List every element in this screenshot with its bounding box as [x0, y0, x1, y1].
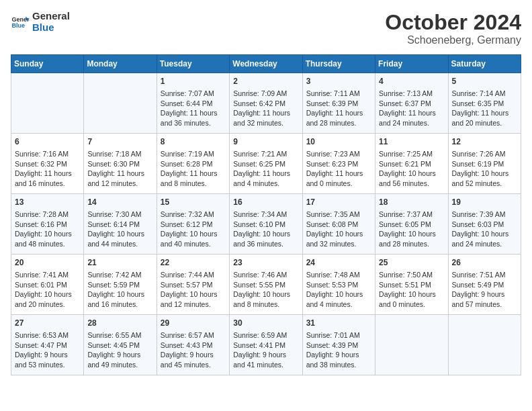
day-number: 10 — [306, 136, 371, 148]
day-info: Sunrise: 7:42 AMSunset: 5:59 PMDaylight:… — [87, 270, 152, 310]
calendar-cell: 25Sunrise: 7:50 AMSunset: 5:51 PMDayligh… — [375, 255, 448, 315]
day-number: 14 — [87, 197, 152, 208]
calendar-body: 1Sunrise: 7:07 AMSunset: 6:44 PMDaylight… — [11, 73, 521, 375]
calendar-cell: 14Sunrise: 7:30 AMSunset: 6:14 PMDayligh… — [84, 194, 157, 255]
calendar-cell: 30Sunrise: 6:59 AMSunset: 4:41 PMDayligh… — [230, 315, 302, 375]
calendar-cell: 28Sunrise: 6:55 AMSunset: 4:45 PMDayligh… — [84, 315, 157, 375]
day-info: Sunrise: 7:14 AMSunset: 6:35 PMDaylight:… — [452, 89, 517, 128]
day-number: 26 — [452, 257, 517, 269]
svg-text:Blue: Blue — [11, 22, 25, 29]
calendar-week-1: 1Sunrise: 7:07 AMSunset: 6:44 PMDaylight… — [11, 73, 521, 134]
page-header: General Blue General Blue October 2024 S… — [11, 11, 521, 46]
calendar-cell — [11, 73, 84, 134]
day-number: 25 — [379, 257, 444, 269]
calendar-week-3: 13Sunrise: 7:28 AMSunset: 6:16 PMDayligh… — [11, 194, 521, 255]
day-info: Sunrise: 7:32 AMSunset: 6:12 PMDaylight:… — [161, 210, 226, 249]
day-number: 5 — [452, 76, 517, 87]
day-number: 23 — [233, 257, 298, 269]
calendar-cell: 20Sunrise: 7:41 AMSunset: 6:01 PMDayligh… — [11, 255, 84, 315]
day-number: 3 — [306, 76, 371, 87]
day-number: 20 — [15, 257, 80, 269]
calendar-cell: 26Sunrise: 7:51 AMSunset: 5:49 PMDayligh… — [448, 255, 521, 315]
calendar-cell — [375, 315, 448, 375]
weekday-header-friday: Friday — [375, 55, 448, 73]
day-info: Sunrise: 7:18 AMSunset: 6:30 PMDaylight:… — [87, 149, 152, 189]
day-info: Sunrise: 7:30 AMSunset: 6:14 PMDaylight:… — [87, 210, 152, 249]
calendar-cell: 16Sunrise: 7:34 AMSunset: 6:10 PMDayligh… — [230, 194, 302, 255]
weekday-header-tuesday: Tuesday — [157, 55, 229, 73]
day-info: Sunrise: 7:46 AMSunset: 5:55 PMDaylight:… — [233, 270, 298, 310]
day-number: 8 — [161, 136, 226, 148]
calendar-cell: 8Sunrise: 7:19 AMSunset: 6:28 PMDaylight… — [157, 134, 229, 194]
weekday-header-sunday: Sunday — [11, 55, 84, 73]
calendar-cell: 22Sunrise: 7:44 AMSunset: 5:57 PMDayligh… — [157, 255, 229, 315]
weekday-header-thursday: Thursday — [302, 55, 375, 73]
day-number: 6 — [15, 136, 80, 148]
calendar-month-year: October 2024 — [385, 11, 521, 34]
day-info: Sunrise: 7:44 AMSunset: 5:57 PMDaylight:… — [161, 270, 226, 310]
day-number: 30 — [233, 318, 298, 329]
day-number: 28 — [87, 318, 152, 329]
calendar-cell: 31Sunrise: 7:01 AMSunset: 4:39 PMDayligh… — [302, 315, 375, 375]
weekday-header-saturday: Saturday — [448, 55, 521, 73]
day-info: Sunrise: 7:48 AMSunset: 5:53 PMDaylight:… — [306, 270, 371, 310]
calendar-cell: 21Sunrise: 7:42 AMSunset: 5:59 PMDayligh… — [84, 255, 157, 315]
weekday-header-wednesday: Wednesday — [230, 55, 302, 73]
calendar-cell: 29Sunrise: 6:57 AMSunset: 4:43 PMDayligh… — [157, 315, 229, 375]
day-info: Sunrise: 7:21 AMSunset: 6:25 PMDaylight:… — [233, 149, 298, 189]
day-number: 1 — [161, 76, 226, 87]
calendar-cell: 5Sunrise: 7:14 AMSunset: 6:35 PMDaylight… — [448, 73, 521, 134]
day-number: 13 — [15, 197, 80, 208]
calendar-cell — [448, 315, 521, 375]
day-number: 31 — [306, 318, 371, 329]
calendar-cell: 3Sunrise: 7:11 AMSunset: 6:39 PMDaylight… — [302, 73, 375, 134]
calendar-cell: 10Sunrise: 7:23 AMSunset: 6:23 PMDayligh… — [302, 134, 375, 194]
day-info: Sunrise: 7:09 AMSunset: 6:42 PMDaylight:… — [233, 89, 298, 128]
day-number: 4 — [379, 76, 444, 87]
day-info: Sunrise: 6:57 AMSunset: 4:43 PMDaylight:… — [161, 330, 226, 370]
calendar-header: SundayMondayTuesdayWednesdayThursdayFrid… — [11, 55, 521, 73]
calendar-cell: 17Sunrise: 7:35 AMSunset: 6:08 PMDayligh… — [302, 194, 375, 255]
weekday-header-monday: Monday — [84, 55, 157, 73]
logo: General Blue General Blue — [11, 11, 70, 33]
day-info: Sunrise: 7:07 AMSunset: 6:44 PMDaylight:… — [161, 89, 226, 128]
calendar-cell: 15Sunrise: 7:32 AMSunset: 6:12 PMDayligh… — [157, 194, 229, 255]
day-info: Sunrise: 7:50 AMSunset: 5:51 PMDaylight:… — [379, 270, 444, 310]
calendar-cell: 7Sunrise: 7:18 AMSunset: 6:30 PMDaylight… — [84, 134, 157, 194]
day-number: 18 — [379, 197, 444, 208]
day-info: Sunrise: 6:55 AMSunset: 4:45 PMDaylight:… — [87, 330, 152, 370]
day-info: Sunrise: 7:01 AMSunset: 4:39 PMDaylight:… — [306, 330, 371, 370]
day-info: Sunrise: 7:16 AMSunset: 6:32 PMDaylight:… — [15, 149, 80, 189]
calendar-cell: 9Sunrise: 7:21 AMSunset: 6:25 PMDaylight… — [230, 134, 302, 194]
day-info: Sunrise: 7:37 AMSunset: 6:05 PMDaylight:… — [379, 210, 444, 249]
calendar-week-5: 27Sunrise: 6:53 AMSunset: 4:47 PMDayligh… — [11, 315, 521, 375]
calendar-cell: 27Sunrise: 6:53 AMSunset: 4:47 PMDayligh… — [11, 315, 84, 375]
logo-icon: General Blue — [11, 13, 30, 32]
calendar-cell: 11Sunrise: 7:25 AMSunset: 6:21 PMDayligh… — [375, 134, 448, 194]
calendar-week-2: 6Sunrise: 7:16 AMSunset: 6:32 PMDaylight… — [11, 134, 521, 194]
day-info: Sunrise: 7:23 AMSunset: 6:23 PMDaylight:… — [306, 149, 371, 189]
day-number: 15 — [161, 197, 226, 208]
calendar-cell: 18Sunrise: 7:37 AMSunset: 6:05 PMDayligh… — [375, 194, 448, 255]
calendar-week-4: 20Sunrise: 7:41 AMSunset: 6:01 PMDayligh… — [11, 255, 521, 315]
calendar-cell: 1Sunrise: 7:07 AMSunset: 6:44 PMDaylight… — [157, 73, 229, 134]
day-number: 19 — [452, 197, 517, 208]
calendar-cell: 4Sunrise: 7:13 AMSunset: 6:37 PMDaylight… — [375, 73, 448, 134]
day-number: 7 — [87, 136, 152, 148]
day-number: 2 — [233, 76, 298, 87]
day-info: Sunrise: 7:26 AMSunset: 6:19 PMDaylight:… — [452, 149, 517, 189]
calendar-cell: 23Sunrise: 7:46 AMSunset: 5:55 PMDayligh… — [230, 255, 302, 315]
day-info: Sunrise: 7:35 AMSunset: 6:08 PMDaylight:… — [306, 210, 371, 249]
day-info: Sunrise: 7:28 AMSunset: 6:16 PMDaylight:… — [15, 210, 80, 249]
day-number: 11 — [379, 136, 444, 148]
day-info: Sunrise: 7:39 AMSunset: 6:03 PMDaylight:… — [452, 210, 517, 249]
day-number: 16 — [233, 197, 298, 208]
day-number: 21 — [87, 257, 152, 269]
calendar-cell: 12Sunrise: 7:26 AMSunset: 6:19 PMDayligh… — [448, 134, 521, 194]
calendar-cell: 24Sunrise: 7:48 AMSunset: 5:53 PMDayligh… — [302, 255, 375, 315]
logo-general: General — [32, 11, 70, 22]
logo-blue: Blue — [32, 22, 70, 34]
day-info: Sunrise: 7:41 AMSunset: 6:01 PMDaylight:… — [15, 270, 80, 310]
day-info: Sunrise: 7:11 AMSunset: 6:39 PMDaylight:… — [306, 89, 371, 128]
calendar-location: Schoeneberg, Germany — [385, 34, 521, 46]
